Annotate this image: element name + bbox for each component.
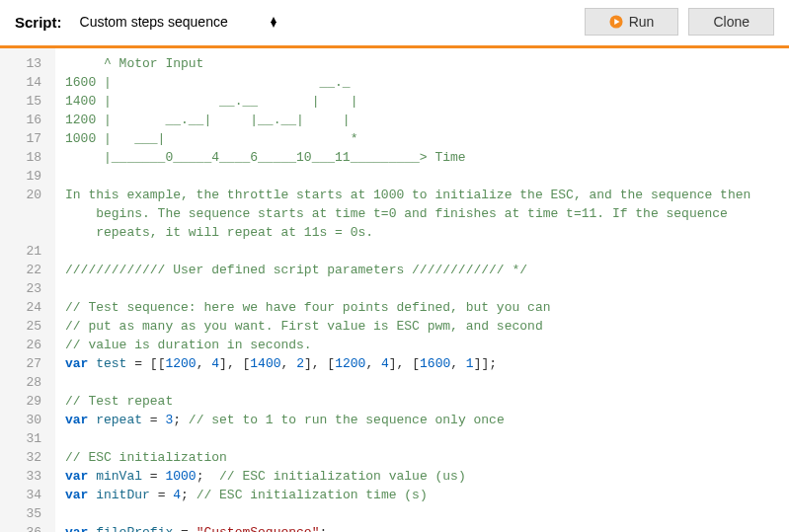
line-number-continuation (0, 223, 47, 242)
code-line: ///////////// User defined script parame… (65, 261, 789, 279)
line-number: 28 (0, 373, 47, 392)
line-number: 26 (0, 336, 47, 354)
line-number: 25 (0, 317, 47, 336)
line-number: 23 (0, 279, 47, 298)
line-number: 13 (0, 54, 47, 73)
code-line (65, 167, 789, 186)
code-line (65, 242, 789, 261)
code-line: ^ Motor Input (65, 54, 789, 73)
code-line: var initDur = 4; // ESC initialization t… (65, 486, 789, 504)
line-number: 17 (0, 129, 47, 148)
line-number: 20 (0, 186, 47, 204)
line-number: 29 (0, 392, 47, 411)
script-label: Script: (15, 14, 62, 31)
code-line: // Test sequence: here we have four poin… (65, 298, 789, 317)
code-line: // Test repeat (65, 392, 789, 411)
code-line: var repeat = 3; // set to 1 to run the s… (65, 411, 789, 429)
code-line (65, 373, 789, 392)
line-number: 31 (0, 429, 47, 448)
line-number: 21 (0, 242, 47, 261)
code-line: // ESC initialization (65, 448, 789, 467)
code-line: // value is duration in seconds. (65, 336, 789, 354)
line-number: 16 (0, 111, 47, 129)
code-line: 1600 | __._ (65, 73, 789, 92)
line-number: 24 (0, 298, 47, 317)
code-line (65, 279, 789, 298)
line-number: 34 (0, 486, 47, 504)
clone-button[interactable]: Clone (688, 8, 774, 36)
code-line (65, 429, 789, 448)
code-line: |_______0_____4____6_____10___11________… (65, 148, 789, 167)
clone-button-label: Clone (713, 14, 750, 30)
code-line: 1200 | __.__| |__.__| | (65, 111, 789, 129)
play-icon (609, 15, 623, 29)
line-number: 19 (0, 167, 47, 186)
script-dropdown-value: Custom steps sequence (80, 14, 228, 30)
code-line (65, 504, 789, 523)
code-line: var test = [[1200, 4], [1400, 2], [1200,… (65, 354, 789, 373)
line-number: 14 (0, 73, 47, 92)
line-number-gutter: 1314151617181920 21222324252627282930313… (0, 48, 55, 532)
line-number: 35 (0, 504, 47, 523)
code-line: var filePrefix = "CustomSequence"; (65, 523, 789, 532)
code-line: var minVal = 1000; // ESC initialization… (65, 467, 789, 486)
code-line: 1000 | ___| * (65, 129, 789, 148)
code-line: In this example, the throttle starts at … (65, 186, 789, 242)
code-editor[interactable]: 1314151617181920 21222324252627282930313… (0, 48, 789, 532)
line-number: 27 (0, 354, 47, 373)
line-number: 15 (0, 92, 47, 111)
header-bar: Script: Custom steps sequence ▴▾ Run Clo… (0, 0, 789, 45)
line-number: 30 (0, 411, 47, 429)
run-button-label: Run (629, 14, 655, 30)
code-line: 1400 | __.__ | | (65, 92, 789, 111)
run-button[interactable]: Run (585, 8, 679, 36)
code-line: // put as many as you want. First value … (65, 317, 789, 336)
code-content[interactable]: ^ Motor Input1600 | __._1400 | __.__ | |… (55, 48, 789, 532)
line-number: 36 (0, 523, 47, 532)
line-number-continuation (0, 204, 47, 223)
line-number: 33 (0, 467, 47, 486)
line-number: 32 (0, 448, 47, 467)
dropdown-chevron-icon: ▴▾ (271, 17, 276, 27)
line-number: 22 (0, 261, 47, 279)
script-dropdown[interactable]: Custom steps sequence ▴▾ (72, 9, 284, 35)
line-number: 18 (0, 148, 47, 167)
